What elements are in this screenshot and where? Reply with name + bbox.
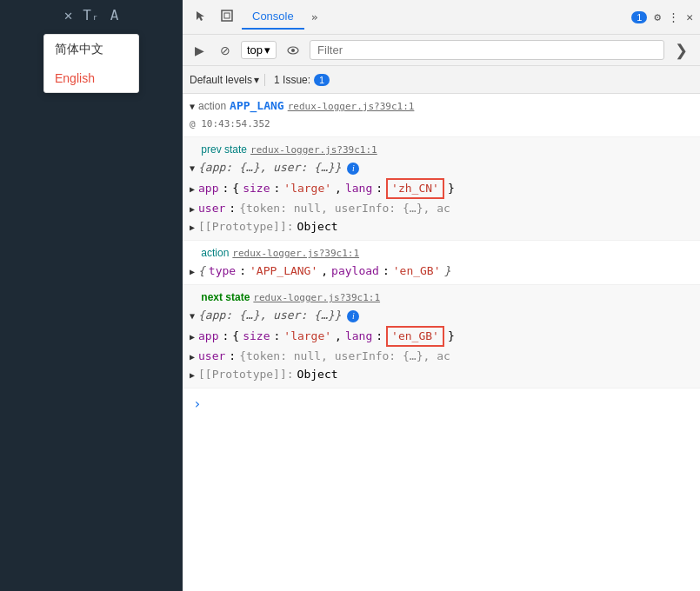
eye-button[interactable] xyxy=(282,41,304,60)
user-key: user xyxy=(198,201,225,216)
size-colon: : xyxy=(273,181,280,196)
prev-state-object: {app: {…}, user: {…}} xyxy=(198,160,341,176)
next-user-line: ▶ user : {token: null, userInfo: {…}, ac xyxy=(190,348,700,366)
size-value: 'large' xyxy=(283,181,331,196)
app-arrow[interactable]: ▶ xyxy=(190,182,195,197)
proto-arrow[interactable]: ▶ xyxy=(190,220,195,236)
action-log-section: ▼ action APP_LANG redux-logger.js?39c1:1… xyxy=(183,94,700,137)
default-levels-label: Default levels xyxy=(190,74,252,86)
context-selector[interactable]: top ▾ xyxy=(241,41,277,59)
app-key: app xyxy=(198,181,218,196)
console-prompt[interactable]: › xyxy=(183,388,700,419)
info-icon-prev: i xyxy=(347,163,359,175)
next-app-line: ▶ app : { size : 'large' , lang : 'en_GB… xyxy=(190,325,700,348)
resize-icon[interactable]: ✕ xyxy=(64,7,73,23)
comma1: , xyxy=(335,181,342,196)
action-type-arrow[interactable]: ▶ xyxy=(190,264,195,280)
prev-state-header: prev state redux-logger.js?39c1:1 xyxy=(190,141,700,159)
prev-user-line: ▶ user : {token: null, userInfo: {…}, ac xyxy=(190,200,700,218)
action-detail-link[interactable]: redux-logger.js?39c1:1 xyxy=(232,246,359,262)
stop-button[interactable]: ⊘ xyxy=(215,41,236,60)
console-toolbar: ▶ ⊘ top ▾ ❯ xyxy=(183,35,700,66)
issue-label: 1 Issue: xyxy=(274,74,310,86)
next-size-value: 'large' xyxy=(283,329,331,344)
next-state-header: next state redux-logger.js?39c1:1 xyxy=(190,289,700,307)
sidebar-toolbar: ✕ Tᵣ A xyxy=(64,7,119,23)
lang-value-prev: 'zh_CN' xyxy=(386,178,444,199)
lang-colon: : xyxy=(376,181,383,196)
menu-icon[interactable]: ⋮ xyxy=(668,10,679,23)
text-icon[interactable]: Tᵣ xyxy=(83,7,99,23)
next-user-value: {token: null, userInfo: {…}, ac xyxy=(239,349,450,364)
language-dropdown: 简体中文 English xyxy=(43,34,139,93)
action-timestamp: @ 10:43:54.352 xyxy=(190,116,270,132)
console-output: ▼ action APP_LANG redux-logger.js?39c1:1… xyxy=(183,94,700,591)
close-icon[interactable]: ✕ xyxy=(686,10,693,23)
action-source-link[interactable]: redux-logger.js?39c1:1 xyxy=(288,99,415,115)
toolbar-right: 1 ⚙ ⋮ ✕ xyxy=(631,10,693,23)
sidebar: ✕ Tᵣ A 简体中文 English xyxy=(0,0,183,591)
play-button[interactable]: ▶ xyxy=(190,41,210,60)
type-value: 'APP_LANG' xyxy=(250,263,317,279)
proto-label: [[Prototype]]: xyxy=(198,219,294,235)
next-proto-value: Object xyxy=(297,367,338,382)
user-value: {token: null, userInfo: {…}, ac xyxy=(239,201,450,216)
filter-input[interactable] xyxy=(310,40,664,60)
prev-app-line: ▶ app : { size : 'large' , lang : 'zh_CN… xyxy=(190,177,700,200)
user-arrow[interactable]: ▶ xyxy=(190,202,195,217)
font-icon[interactable]: A xyxy=(110,7,119,23)
inspect-box-button[interactable] xyxy=(216,6,238,28)
tab-more[interactable]: » xyxy=(308,5,322,29)
issue-section: 1 Issue: 1 xyxy=(264,74,330,86)
next-proto-line: ▶ [[Prototype]]: Object xyxy=(190,366,700,384)
collapse-arrow[interactable]: ▼ xyxy=(190,99,195,115)
app-colon: : xyxy=(223,181,230,196)
lang-option-chinese[interactable]: 简体中文 xyxy=(44,35,138,64)
default-levels-selector[interactable]: Default levels ▾ xyxy=(190,74,259,86)
devtools-toolbar: Console » 1 ⚙ ⋮ ✕ xyxy=(183,0,700,35)
svg-rect-1 xyxy=(224,13,230,18)
next-state-link[interactable]: redux-logger.js?39c1:1 xyxy=(253,290,380,306)
prev-state-arrow[interactable]: ▼ xyxy=(190,161,195,176)
issue-badge: 1 xyxy=(314,74,330,86)
next-proto-arrow[interactable]: ▶ xyxy=(190,368,195,383)
action-type-open: { xyxy=(198,263,205,279)
context-dropdown-icon: ▾ xyxy=(264,43,270,56)
levels-dropdown-icon: ▾ xyxy=(254,74,259,86)
proto-value: Object xyxy=(297,219,338,235)
size-key: size xyxy=(243,181,270,196)
action-name: APP_LANG xyxy=(230,98,284,114)
next-state-label: next state xyxy=(190,289,250,305)
lang-option-english[interactable]: English xyxy=(44,64,138,92)
context-label: top xyxy=(247,43,263,56)
action-time-line: @ 10:43:54.352 xyxy=(190,116,700,133)
prev-proto-line: ▶ [[Prototype]]: Object xyxy=(190,218,700,236)
next-proto-label: [[Prototype]]: xyxy=(198,367,294,382)
sidebar-toggle-button[interactable]: ❯ xyxy=(670,38,693,63)
action-label: action xyxy=(198,98,226,114)
svg-rect-0 xyxy=(222,10,232,21)
action-type-line: ▶ { type : 'APP_LANG' , payload : 'en_GB… xyxy=(190,262,700,281)
message-badge: 1 xyxy=(631,11,647,23)
next-state-arrow[interactable]: ▼ xyxy=(190,309,195,324)
next-app-arrow[interactable]: ▶ xyxy=(190,329,195,345)
cursor-tool-button[interactable] xyxy=(190,6,212,28)
next-state-section: next state redux-logger.js?39c1:1 ▼ {app… xyxy=(183,285,700,388)
payload-key: payload xyxy=(331,263,379,279)
next-user-arrow[interactable]: ▶ xyxy=(190,349,195,365)
next-state-object: {app: {…}, user: {…}} xyxy=(198,308,341,323)
tab-console[interactable]: Console xyxy=(242,4,304,30)
action-detail-section: action redux-logger.js?39c1:1 ▶ { type :… xyxy=(183,241,700,285)
levels-toolbar: Default levels ▾ 1 Issue: 1 xyxy=(183,66,700,94)
action-detail-label: action xyxy=(190,245,229,261)
info-icon-next: i xyxy=(347,310,359,322)
prev-state-link[interactable]: redux-logger.js?39c1:1 xyxy=(250,143,377,158)
gear-icon[interactable]: ⚙ xyxy=(654,10,661,23)
type-key: type xyxy=(209,263,236,279)
next-user-key: user xyxy=(198,349,225,364)
prev-state-object-line: ▼ {app: {…}, user: {…}} i xyxy=(190,159,700,177)
app-brace-open: { xyxy=(232,181,239,196)
next-app-key: app xyxy=(198,329,218,344)
user-colon: : xyxy=(229,201,236,216)
svg-point-3 xyxy=(291,49,295,52)
